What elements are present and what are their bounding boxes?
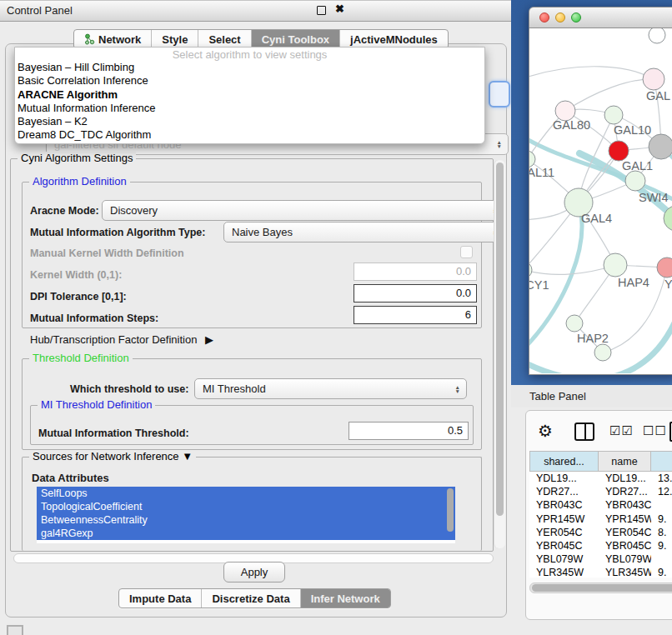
table-cell: YBL079W: [529, 552, 599, 566]
algorithm-option[interactable]: Basic Correlation Inference: [15, 74, 484, 88]
network-window-titlebar: [529, 7, 672, 28]
column-header[interactable]: shared...: [529, 451, 599, 472]
table-body[interactable]: YDL19...YDL19...13...YDR27...YDR27...12.…: [529, 472, 672, 578]
table-cell: YBR045C: [529, 539, 599, 552]
tab-infer-network[interactable]: Infer Network: [301, 589, 390, 608]
network-node-swi4[interactable]: [625, 171, 645, 191]
data-attributes-label: Data Attributes: [32, 472, 109, 484]
table-row[interactable]: YER054CYER054C8.: [529, 526, 672, 539]
table-cell: YLR345W: [529, 566, 599, 578]
tab-impute-data[interactable]: Impute Data: [119, 589, 202, 608]
table-row[interactable]: YDL19...YDL19...13...: [529, 472, 672, 485]
select-all-icon[interactable]: ☑☑: [609, 423, 634, 438]
network-node-label: HAP4: [618, 276, 649, 289]
gear-icon[interactable]: ⚙: [538, 421, 553, 441]
tab-select[interactable]: Select: [198, 30, 251, 48]
column-header[interactable]: [651, 451, 672, 472]
kernel-width-field[interactable]: 0.0: [354, 262, 477, 281]
network-node[interactable]: [649, 134, 672, 159]
columns-icon[interactable]: [574, 422, 594, 441]
column-header[interactable]: name: [599, 451, 651, 472]
algorithm-dropdown-placeholder: Select algorithm to view settings: [15, 48, 484, 61]
algorithm-option[interactable]: Dream8 DC_TDC Algorithm: [15, 128, 484, 142]
network-node-gal[interactable]: [643, 68, 664, 90]
mi-algorithm-type-value: Naive Bayes: [232, 226, 293, 238]
inference-algorithm-combo-button[interactable]: [489, 81, 510, 108]
table-cell: YBL079W: [599, 552, 651, 566]
tab-cyni-toolbox[interactable]: Cyni Toolbox: [252, 30, 340, 48]
hub-definition-expander[interactable]: Hub/Transcription Factor Definition ▶: [30, 333, 213, 346]
algorithm-option[interactable]: Bayesian – Hill Climbing: [15, 61, 484, 74]
network-node-label: GAL: [646, 89, 670, 102]
expander-collapsed-icon[interactable]: ▶: [205, 333, 213, 346]
table-cell: 8.: [651, 526, 672, 539]
data-attribute-item[interactable]: BetweennessCentrality: [37, 513, 455, 527]
table-row[interactable]: YDR27...YDR27...12...: [529, 485, 672, 498]
table-cell: 9.: [651, 566, 672, 578]
close-icon[interactable]: ✖: [335, 2, 344, 15]
data-attribute-item[interactable]: TopologicalCoefficient: [37, 500, 455, 513]
mi-threshold-field[interactable]: 0.5: [349, 422, 469, 440]
chevron-updown-icon: ▲▼: [497, 140, 502, 148]
dpi-tolerance-field[interactable]: 0.0: [354, 284, 477, 302]
minimize-traffic-light-icon[interactable]: [555, 12, 565, 22]
expander-expanded-icon[interactable]: ▼: [182, 450, 193, 462]
table-row[interactable]: YBL079WYBL079W: [529, 552, 672, 566]
table-row[interactable]: YBR043CYBR043C: [529, 498, 672, 512]
network-node-gal11[interactable]: [529, 151, 535, 168]
network-edge[interactable]: [529, 67, 654, 79]
mi-algorithm-type-combo[interactable]: Naive Bayes ▲▼: [223, 222, 504, 242]
network-node-gcy1[interactable]: [529, 262, 532, 278]
network-node-gal10[interactable]: [604, 106, 623, 124]
network-canvas[interactable]: GALGAL80GAL10GAL1GAL11SWI4GAL4GCY1HAP4YH…: [529, 28, 672, 375]
network-node-gal1[interactable]: [609, 141, 629, 161]
table-cell: YER054C: [529, 526, 599, 539]
unselect-all-icon[interactable]: ☐☐: [643, 423, 667, 438]
table-row[interactable]: YLR345WYLR345W9.: [529, 566, 672, 578]
table-header[interactable]: shared...name: [529, 451, 672, 472]
settings-vertical-scrollbar[interactable]: [494, 160, 505, 548]
network-edge[interactable]: [565, 79, 654, 111]
table-horizontal-scrollbar[interactable]: [529, 582, 672, 593]
network-node-hap2[interactable]: [566, 315, 583, 332]
which-threshold-combo[interactable]: MI Threshold ▲▼: [194, 378, 467, 399]
tab-label: Select: [208, 33, 240, 46]
tab-style[interactable]: Style: [152, 30, 198, 48]
network-node-hap4[interactable]: [604, 253, 627, 277]
algorithm-option[interactable]: ARACNE Algorithm: [15, 88, 484, 102]
screen: Control Panel ✖ NetworkStyleSelectCyni T…: [0, 0, 672, 635]
mi-steps-field[interactable]: 6: [354, 306, 477, 324]
cyni-algorithm-settings-title: Cyni Algorithm Settings: [18, 152, 136, 164]
manual-kernel-width-label: Manual Kernel Width Definition: [30, 248, 184, 259]
data-attributes-list[interactable]: SelfLoopsTopologicalCoefficientBetweenne…: [37, 487, 455, 543]
tab-network[interactable]: Network: [74, 30, 152, 48]
data-attribute-item[interactable]: gal4RGexp: [37, 527, 455, 540]
algorithm-option[interactable]: Bayesian – K2: [15, 115, 484, 128]
algorithm-option[interactable]: Mutual Information Inference: [15, 102, 484, 115]
data-attribute-item[interactable]: SelfLoops: [37, 487, 455, 500]
apply-button[interactable]: Apply: [223, 562, 285, 582]
network-node[interactable]: [649, 28, 665, 43]
network-graph[interactable]: GALGAL80GAL10GAL1GAL11SWI4GAL4GCY1HAP4YH…: [529, 28, 672, 373]
network-node-y[interactable]: [657, 258, 672, 278]
table-row[interactable]: YBR045CYBR045C9.: [529, 539, 672, 552]
table-cell: YLR345W: [599, 566, 651, 578]
table-row[interactable]: YPR145WYPR145W9.: [529, 512, 672, 526]
float-window-icon[interactable]: [317, 6, 326, 15]
tab-discretize-data[interactable]: Discretize Data: [202, 589, 300, 608]
close-traffic-light-icon[interactable]: [539, 12, 549, 22]
aracne-mode-value: Discovery: [110, 204, 158, 217]
network-node[interactable]: [594, 344, 611, 361]
network-node-label: GAL80: [553, 118, 590, 132]
aracne-mode-combo[interactable]: Discovery ▲▼: [102, 200, 504, 221]
table-cell: YPR145W: [599, 512, 651, 526]
network-node-label: GAL4: [581, 212, 612, 225]
network-node-label: SWI4: [639, 191, 668, 204]
tab-jactivemnodules[interactable]: jActiveMNodules: [340, 30, 448, 48]
mi-threshold-label: Mutual Information Threshold:: [38, 428, 189, 439]
manual-kernel-width-checkbox[interactable]: [460, 246, 473, 258]
list-scrollbar[interactable]: [447, 488, 454, 532]
zoom-traffic-light-icon[interactable]: [571, 12, 581, 22]
mi-threshold-group-title: MI Threshold Definition: [38, 398, 155, 411]
sources-group-title: Sources for Network Inference ▼: [29, 450, 196, 462]
